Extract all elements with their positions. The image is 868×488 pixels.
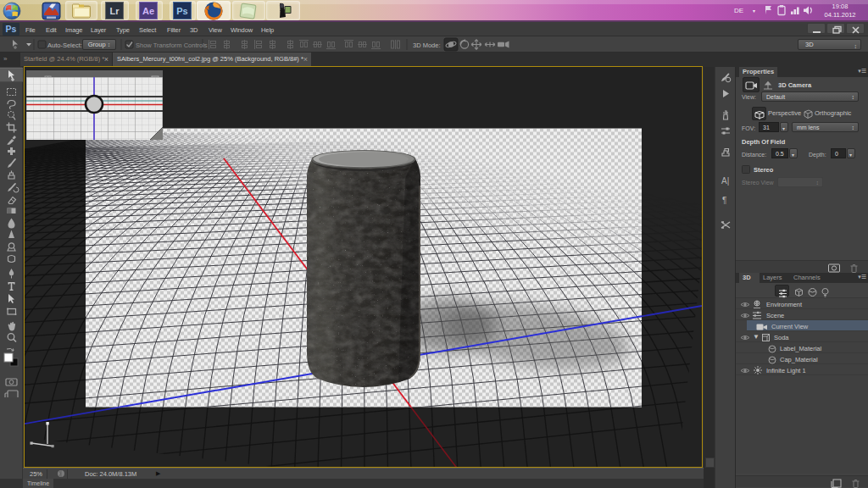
svg-text:¶: ¶ [722, 196, 726, 205]
svg-text:A|: A| [721, 176, 729, 186]
